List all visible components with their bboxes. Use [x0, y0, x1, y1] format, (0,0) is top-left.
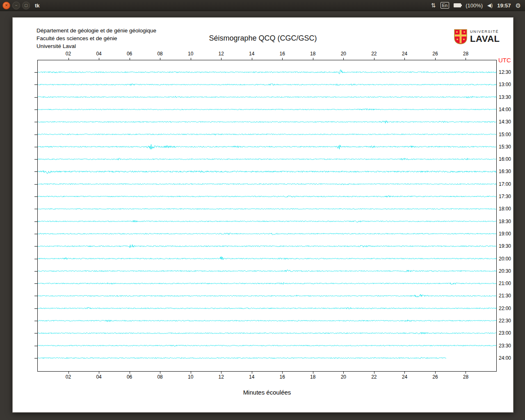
x-axis-tick-label-top: 02 [66, 51, 71, 57]
x-axis-tick-mark-top [68, 58, 69, 60]
x-axis-tick-label-bottom: 12 [219, 374, 224, 380]
trace-row-tick [34, 308, 37, 309]
x-axis-tick-mark-bottom [404, 372, 405, 374]
trace-time-label: 15:30 [499, 144, 511, 150]
x-axis-tick-mark-bottom [99, 372, 99, 374]
trace-time-label: 18:00 [499, 206, 511, 212]
x-axis-tick-label-bottom: 20 [341, 374, 346, 380]
x-axis-tick-mark-bottom [343, 372, 344, 374]
trace-row-tick [34, 97, 37, 98]
institution-line-department: Département de géologie et de génie géol… [37, 27, 156, 34]
trace-row-tick [34, 135, 37, 135]
trace-time-label: 23:00 [499, 330, 511, 336]
trace-row-tick [34, 333, 37, 333]
x-axis-tick-label-top: 22 [371, 51, 377, 57]
laval-shield-icon [454, 29, 467, 44]
window-minimize-button[interactable]: − [12, 2, 20, 9]
window-controls: ✕ − ▢ [2, 2, 30, 9]
x-axis-tick-label-top: 14 [249, 51, 254, 57]
trace-row-tick [34, 283, 37, 284]
window-close-button[interactable]: ✕ [2, 2, 10, 9]
x-axis-tick-label-top: 06 [127, 51, 132, 57]
battery-percentage: (100%) [466, 2, 483, 9]
window-restore-button[interactable]: ▢ [22, 2, 30, 9]
institution-line-university: Université Laval [37, 42, 156, 50]
clock[interactable]: 19:57 [497, 2, 511, 9]
x-axis-tick-mark-bottom [374, 372, 374, 374]
x-axis-tick-label-top: 08 [157, 51, 162, 57]
x-axis-tick-mark-top [313, 58, 313, 60]
trace-row-tick [34, 122, 37, 122]
volume-icon[interactable]: ◀) [487, 3, 493, 8]
x-axis-tick-label-bottom: 14 [249, 374, 254, 380]
session-gear-icon[interactable]: ⚙ [516, 2, 521, 9]
x-axis-tick-mark-top [99, 58, 99, 60]
x-axis-tick-label-bottom: 02 [66, 374, 71, 380]
trace-row-tick [34, 84, 37, 85]
x-axis-tick-label-top: 10 [188, 51, 193, 57]
x-axis-tick-label-top: 16 [280, 51, 285, 57]
trace-row-tick [34, 321, 37, 321]
x-axis-tick-mark-bottom [252, 372, 252, 374]
x-axis-tick-mark-bottom [130, 372, 130, 374]
x-axis-tick-label-top: 24 [402, 51, 407, 57]
x-axis-tick-label-bottom: 06 [127, 374, 132, 380]
x-axis-tick-label-bottom: 04 [96, 374, 101, 380]
x-axis-tick-mark-bottom [191, 372, 191, 374]
x-axis-tick-mark-bottom [313, 372, 313, 374]
battery-icon[interactable] [454, 3, 461, 7]
x-axis-tick-mark-top [160, 58, 160, 60]
system-tray: ⇅ En (100%) ◀) 19:57 ⚙ [431, 0, 521, 11]
x-axis-tick-mark-top [130, 58, 130, 60]
trace-row-tick [34, 110, 37, 110]
laval-logo-laval: LAVAL [470, 34, 500, 43]
x-axis-tick-label-top: 28 [463, 51, 468, 57]
trace-time-label: 22:00 [499, 306, 511, 311]
laval-logo: UNIVERSITÉ LAVAL [454, 29, 500, 44]
trace-row-tick [34, 246, 37, 247]
trace-row-tick [34, 234, 37, 234]
trace-row-tick [34, 147, 37, 147]
x-axis-tick-label-top: 20 [341, 51, 346, 57]
x-axis-title: Minutes écoulées [38, 389, 496, 396]
x-axis-tick-mark-bottom [221, 372, 221, 374]
trace-time-label: 19:00 [499, 231, 511, 237]
trace-row-tick [34, 72, 37, 73]
top-panel: ✕ − ▢ tk ⇅ En (100%) ◀) 19:57 ⚙ [0, 0, 525, 11]
x-axis-tick-label-bottom: 10 [188, 374, 193, 380]
x-axis-tick-mark-top [466, 58, 466, 60]
keyboard-layout-indicator[interactable]: En [441, 2, 449, 9]
network-arrows-icon[interactable]: ⇅ [431, 2, 436, 8]
x-axis-tick-label-bottom: 22 [371, 374, 377, 380]
trace-time-label: 13:00 [499, 82, 511, 87]
trace-row-tick [34, 209, 37, 209]
x-axis-tick-label-top: 18 [310, 51, 315, 57]
trace-time-label: 20:00 [499, 256, 511, 262]
x-axis-tick-mark-top [374, 58, 374, 60]
trace-time-label: 18:30 [499, 219, 511, 224]
tk-window: Département de géologie et de génie géol… [12, 17, 514, 413]
x-axis-tick-mark-top [191, 58, 191, 60]
x-axis-tick-mark-bottom [160, 372, 160, 374]
trace-time-label: 16:30 [499, 169, 511, 174]
x-axis-tick-mark-bottom [282, 372, 283, 374]
laval-logo-universite: UNIVERSITÉ [470, 30, 500, 34]
x-axis-tick-mark-bottom [68, 372, 69, 374]
laval-logo-text: UNIVERSITÉ LAVAL [470, 30, 500, 43]
utc-label: UTC [498, 57, 511, 64]
trace-time-label: 14:00 [499, 107, 511, 112]
trace-time-label: 24:00 [499, 355, 511, 361]
x-axis-tick-label-bottom: 08 [157, 374, 162, 380]
x-axis-tick-label-bottom: 26 [432, 374, 438, 380]
trace-time-label: 21:00 [499, 281, 511, 286]
x-axis-tick-mark-top [282, 58, 283, 60]
x-axis-tick-label-top: 12 [219, 51, 224, 57]
trace-row-tick [34, 358, 37, 358]
trace-row-tick [34, 271, 37, 272]
x-axis-tick-label-bottom: 16 [280, 374, 285, 380]
trace-row-tick [34, 346, 37, 346]
trace-time-label: 21:30 [499, 293, 511, 299]
trace-time-label: 16:00 [499, 156, 511, 162]
x-axis-tick-mark-top [435, 58, 436, 60]
trace-row-tick [34, 296, 37, 296]
